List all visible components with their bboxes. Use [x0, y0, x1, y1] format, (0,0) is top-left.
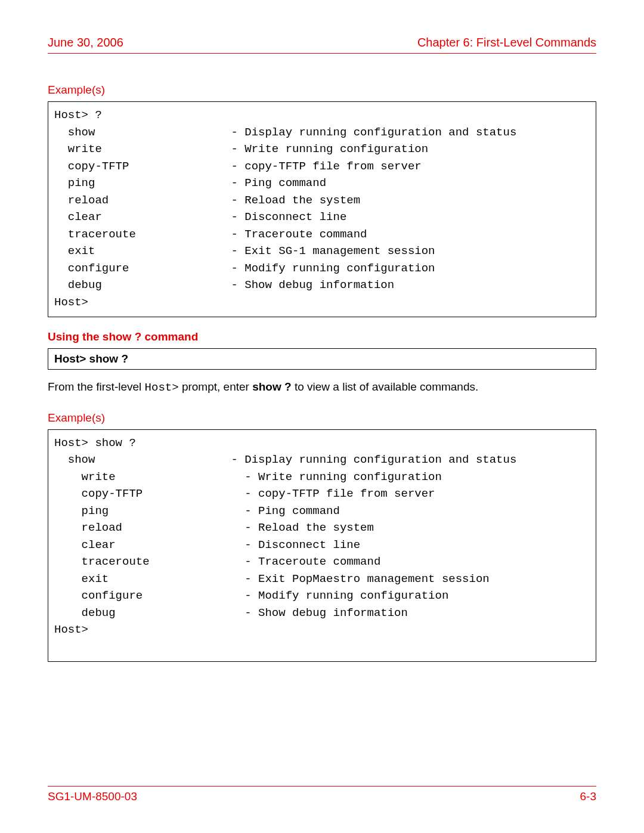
footer-rule — [48, 786, 596, 786]
body-text-post: to view a list of available commands. — [292, 380, 479, 393]
body-text-pre: From the first-level — [48, 380, 145, 393]
examples-label-1: Example(s) — [48, 83, 596, 97]
footer-row: SG1-UM-8500-03 6-3 — [48, 790, 596, 803]
body-text-mono: Host> — [145, 381, 179, 394]
code-block-2: Host> show ? show - Display running conf… — [48, 429, 596, 662]
body-paragraph: From the first-level Host> prompt, enter… — [48, 379, 596, 396]
footer-doc-id: SG1-UM-8500-03 — [48, 790, 137, 803]
examples-label-2: Example(s) — [48, 411, 596, 425]
code-block-1: Host> ? show - Display running configura… — [48, 101, 596, 317]
footer-page-number: 6-3 — [580, 790, 596, 803]
subheading-show-command: Using the show ? command — [48, 330, 596, 343]
body-text-bold: show ? — [252, 380, 291, 393]
header-date: June 30, 2006 — [48, 36, 123, 49]
header-chapter: Chapter 6: First-Level Commands — [417, 36, 596, 49]
page-footer: SG1-UM-8500-03 6-3 — [48, 786, 596, 803]
header-rule — [48, 53, 596, 54]
body-text-mid: prompt, enter — [179, 380, 253, 393]
page: June 30, 2006 Chapter 6: First-Level Com… — [0, 0, 644, 833]
prompt-box: Host> show ? — [48, 348, 596, 370]
page-header: June 30, 2006 Chapter 6: First-Level Com… — [48, 36, 596, 53]
